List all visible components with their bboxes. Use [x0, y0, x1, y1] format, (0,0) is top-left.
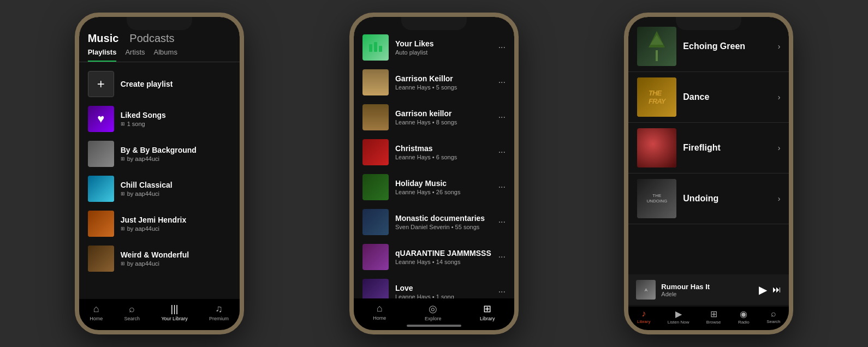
holiday-thumb — [362, 174, 389, 200]
tab-albums[interactable]: Albums — [154, 48, 177, 62]
phone1-nav-premium[interactable]: ♫ Premium — [209, 303, 229, 321]
more-icon-4[interactable]: ··· — [498, 182, 506, 192]
jemi-thumb — [88, 211, 114, 237]
more-icon-5[interactable]: ··· — [498, 217, 506, 227]
garrison2-sub: Leanne Hays • 8 songs — [395, 119, 492, 125]
garrison1-item[interactable]: Garrison Keillor Leanne Hays • 5 songs ·… — [354, 65, 514, 100]
library-icon-p2: ⊞ — [483, 303, 491, 315]
more-icon-1[interactable]: ··· — [498, 77, 506, 87]
jemi-title: Just Jemi Hendrix — [121, 216, 231, 224]
fireflight-info: Fireflight — [683, 143, 771, 153]
liked-songs-info: Liked Songs ⊞ 1 song — [121, 111, 231, 127]
premium-icon: ♫ — [215, 303, 223, 315]
garrison2-info: Garrison keillor Leanne Hays • 8 songs — [395, 109, 492, 125]
byby-sub: ⊞ by aap44uci — [121, 155, 231, 162]
yourlikes-item[interactable]: Your Likes Auto playlist ··· — [354, 30, 514, 65]
more-icon-0[interactable]: ··· — [498, 43, 506, 52]
monastic-info: Monastic documentaries Sven Daniel Sever… — [395, 214, 492, 230]
jemi-item[interactable]: Just Jemi Hendrix ⊞ by aap44uci — [79, 206, 240, 241]
holiday-title: Holiday Music — [395, 179, 492, 188]
christmas-info: Christmas Leanne Hays • 6 songs — [395, 144, 492, 160]
dance-thumb: THEFRAY — [637, 77, 676, 117]
love-title: Love — [395, 284, 492, 292]
player-controls: ▶ ⏭ — [759, 283, 781, 296]
byby-item[interactable]: By & By Background ⊞ by aap44uci — [79, 136, 240, 171]
liked-songs-item[interactable]: ♥ Liked Songs ⊞ 1 song — [79, 101, 240, 136]
more-icon-3[interactable]: ··· — [498, 147, 506, 157]
christmas-item[interactable]: Christmas Leanne Hays • 6 songs ··· — [354, 135, 514, 170]
phone-2-screen: Your Likes Auto playlist ··· Garrison Ke… — [354, 17, 514, 330]
player-thumb: A — [636, 280, 656, 300]
tab-artists[interactable]: Artists — [125, 48, 145, 62]
weird-sub: ⊞ by aap44uci — [121, 260, 231, 267]
chevron-echoing-icon: › — [778, 42, 781, 51]
home-indicator — [407, 325, 461, 327]
more-icon-6[interactable]: ··· — [498, 252, 506, 262]
undoing-item[interactable]: THEUNDOING Undoing › — [628, 174, 789, 224]
more-icon-2[interactable]: ··· — [498, 112, 506, 122]
create-playlist-label: Create playlist — [121, 80, 231, 88]
dance-title: Dance — [683, 92, 771, 102]
dance-item[interactable]: THEFRAY Dance › — [628, 72, 789, 123]
chevron-fireflight-icon: › — [778, 143, 781, 152]
fireflight-item[interactable]: Fireflight › — [628, 123, 789, 174]
svg-rect-0 — [369, 44, 372, 52]
forward-button[interactable]: ⏭ — [772, 285, 781, 295]
search-icon: ⌕ — [129, 303, 135, 315]
create-playlist-info: Create playlist — [121, 80, 231, 88]
quarantine-sub: Leanne Hays • 14 songs — [395, 259, 492, 265]
tab-playlists[interactable]: Playlists — [88, 48, 117, 62]
phone1-nav-library[interactable]: ||| Your Library — [161, 303, 187, 321]
svg-marker-5 — [650, 35, 663, 45]
yourlikes-info: Your Likes Auto playlist — [395, 39, 492, 56]
playlist-icon-5: ⊞ — [121, 261, 125, 266]
create-playlist-thumb: + — [88, 71, 114, 97]
phone3-nav-library[interactable]: ♪ Library — [637, 309, 650, 325]
holiday-item[interactable]: Holiday Music Leanne Hays • 26 songs ··· — [354, 170, 514, 205]
quarantine-item[interactable]: qUARANTINE JAMMMSSS Leanne Hays • 14 son… — [354, 240, 514, 274]
weird-thumb — [88, 246, 114, 272]
monastic-title: Monastic documentaries — [395, 214, 492, 223]
svg-rect-3 — [656, 50, 658, 61]
holiday-info: Holiday Music Leanne Hays • 26 songs — [395, 179, 492, 195]
dance-info: Dance — [683, 92, 771, 102]
heart-icon: ♥ — [97, 112, 104, 126]
phone-1-screen: Music Podcasts Playlists Artists Albums … — [79, 17, 240, 330]
echoing-item[interactable]: Echoing Green › — [628, 21, 789, 72]
chill-item[interactable]: Chill Classical ⊞ by aap44uci — [79, 171, 240, 206]
play-button[interactable]: ▶ — [759, 283, 767, 296]
phone1-nav-home[interactable]: ⌂ Home — [90, 303, 103, 321]
player-bar[interactable]: A Rumour Has It Adele ▶ ⏭ — [628, 274, 789, 305]
plus-icon: + — [97, 77, 105, 91]
garrison1-thumb — [362, 69, 389, 95]
phone3-nav-listennow[interactable]: ▶ Listen Now — [668, 309, 689, 325]
phone2-nav-explore[interactable]: ◎ Explore — [425, 303, 442, 321]
svg-rect-1 — [374, 42, 377, 52]
jemi-info: Just Jemi Hendrix ⊞ by aap44uci — [121, 216, 231, 232]
christmas-title: Christmas — [395, 144, 492, 153]
phone1-top-nav: Music Podcasts — [79, 17, 240, 45]
garrison2-item[interactable]: Garrison keillor Leanne Hays • 8 songs ·… — [354, 100, 514, 135]
nav-music[interactable]: Music — [88, 32, 119, 45]
phone1-nav-search[interactable]: ⌕ Search — [124, 303, 140, 321]
svg-rect-2 — [379, 46, 382, 52]
player-title: Rumour Has It — [661, 283, 753, 291]
phone2-nav-home[interactable]: ⌂ Home — [373, 303, 386, 321]
liked-songs-thumb: ♥ — [88, 106, 114, 132]
phone-1: Music Podcasts Playlists Artists Albums … — [75, 13, 244, 334]
phone3-nav-search[interactable]: ⌕ Search — [766, 309, 780, 325]
phone2-nav-library[interactable]: ⊞ Library — [480, 303, 495, 321]
home-icon-p2: ⌂ — [377, 303, 383, 314]
quarantine-thumb — [362, 244, 389, 270]
nav-podcasts[interactable]: Podcasts — [129, 32, 174, 45]
weird-item[interactable]: Weird & Wonderful ⊞ by aap44uci — [79, 241, 240, 276]
phone3-nav-radio[interactable]: ◉ Radio — [738, 309, 750, 325]
chill-thumb — [88, 176, 114, 202]
more-icon-7[interactable]: ··· — [498, 287, 506, 297]
create-playlist-item[interactable]: + Create playlist — [79, 67, 240, 101]
quarantine-title: qUARANTINE JAMMMSSS — [395, 249, 492, 258]
monastic-item[interactable]: Monastic documentaries Sven Daniel Sever… — [354, 205, 514, 240]
monastic-thumb — [362, 209, 389, 235]
phone3-nav-browse[interactable]: ⊞ Browse — [706, 309, 721, 325]
chevron-undoing-icon: › — [778, 194, 781, 203]
